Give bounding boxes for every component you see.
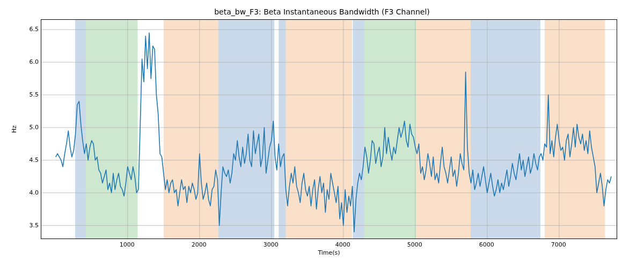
axvspan-band xyxy=(86,20,137,239)
chart-title: beta_bw_F3: Beta Instantaneous Bandwidth… xyxy=(0,8,644,16)
x-axis-label: Time(s) xyxy=(41,249,617,256)
y-axis-label: Hz xyxy=(11,19,18,239)
axvspan-band xyxy=(218,20,275,239)
axvspan-band xyxy=(471,20,478,239)
x-tick-label: 7000 xyxy=(551,241,566,248)
y-tick-label: 3.5 xyxy=(26,221,39,228)
y-tick-label: 4.5 xyxy=(26,156,39,163)
x-tick-label: 6000 xyxy=(479,241,494,248)
x-tick-label: 3000 xyxy=(264,241,279,248)
y-tick-label: 5.0 xyxy=(26,123,39,130)
axvspan-band xyxy=(75,20,86,239)
axvspan-band xyxy=(279,20,286,239)
y-tick-label: 6.0 xyxy=(26,58,39,65)
axvspan-band xyxy=(545,20,552,239)
x-tick-label: 2000 xyxy=(192,241,207,248)
axvspan-band xyxy=(416,20,471,239)
axvspan-band xyxy=(353,20,364,239)
y-tick-label: 5.5 xyxy=(26,91,39,98)
y-tick-label: 6.5 xyxy=(26,26,39,33)
plot-svg xyxy=(41,20,617,239)
x-tick-label: 1000 xyxy=(120,241,135,248)
x-tick-label: 4000 xyxy=(335,241,350,248)
axvspan-band xyxy=(364,20,416,239)
plot-area xyxy=(41,19,617,239)
axvspan-band xyxy=(552,20,605,239)
figure: beta_bw_F3: Beta Instantaneous Bandwidth… xyxy=(0,0,644,268)
y-tick-label: 4.0 xyxy=(26,189,39,196)
x-tick-label: 5000 xyxy=(407,241,422,248)
